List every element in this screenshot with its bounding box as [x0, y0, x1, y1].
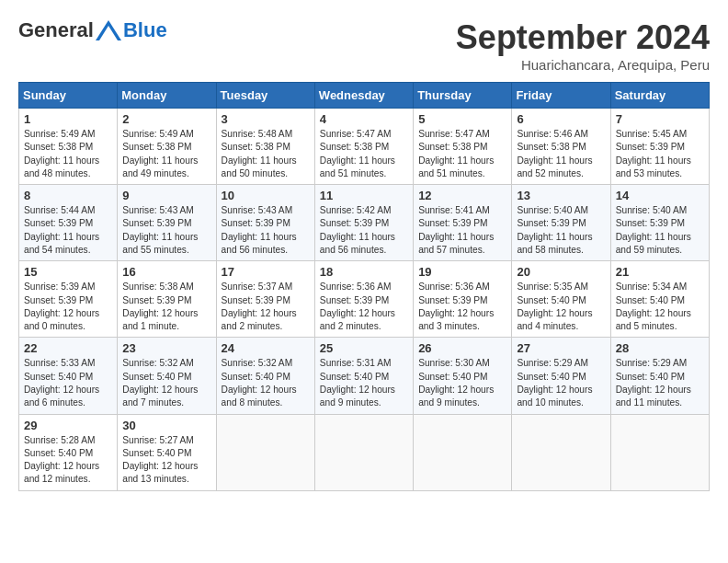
- col-wednesday: Wednesday: [314, 83, 413, 109]
- table-row: 27Sunrise: 5:29 AMSunset: 5:40 PMDayligh…: [512, 338, 610, 414]
- table-row: 8Sunrise: 5:44 AMSunset: 5:39 PMDaylight…: [19, 185, 118, 261]
- col-tuesday: Tuesday: [216, 83, 314, 109]
- col-saturday: Saturday: [610, 83, 709, 109]
- table-row: 11Sunrise: 5:42 AMSunset: 5:39 PMDayligh…: [314, 185, 413, 261]
- table-row: 25Sunrise: 5:31 AMSunset: 5:40 PMDayligh…: [314, 338, 413, 414]
- table-row: [216, 414, 314, 490]
- table-row: 9Sunrise: 5:43 AMSunset: 5:39 PMDaylight…: [118, 185, 216, 261]
- table-row: 15Sunrise: 5:39 AMSunset: 5:39 PMDayligh…: [19, 261, 118, 338]
- page-header: General Blue September 2024 Huarichancar…: [18, 18, 710, 73]
- table-row: 3Sunrise: 5:48 AMSunset: 5:38 PMDaylight…: [216, 109, 314, 185]
- table-row: 30Sunrise: 5:27 AMSunset: 5:40 PMDayligh…: [118, 414, 216, 490]
- table-row: 29Sunrise: 5:28 AMSunset: 5:40 PMDayligh…: [19, 414, 118, 490]
- table-row: 22Sunrise: 5:33 AMSunset: 5:40 PMDayligh…: [19, 338, 118, 414]
- table-row: 13Sunrise: 5:40 AMSunset: 5:39 PMDayligh…: [512, 185, 610, 261]
- table-row: 4Sunrise: 5:47 AMSunset: 5:38 PMDaylight…: [314, 109, 413, 185]
- table-row: 5Sunrise: 5:47 AMSunset: 5:38 PMDaylight…: [414, 109, 512, 185]
- title-block: September 2024 Huarichancara, Arequipa, …: [456, 18, 710, 73]
- table-row: [414, 414, 512, 490]
- table-row: 16Sunrise: 5:38 AMSunset: 5:39 PMDayligh…: [118, 261, 216, 338]
- table-row: 20Sunrise: 5:35 AMSunset: 5:40 PMDayligh…: [512, 261, 610, 338]
- table-row: 12Sunrise: 5:41 AMSunset: 5:39 PMDayligh…: [414, 185, 512, 261]
- table-row: 23Sunrise: 5:32 AMSunset: 5:40 PMDayligh…: [118, 338, 216, 414]
- table-row: 17Sunrise: 5:37 AMSunset: 5:39 PMDayligh…: [216, 261, 314, 338]
- col-friday: Friday: [512, 83, 610, 109]
- calendar-header-row: Sunday Monday Tuesday Wednesday Thursday…: [19, 83, 710, 109]
- logo-blue-text: Blue: [123, 18, 167, 42]
- col-sunday: Sunday: [19, 83, 118, 109]
- calendar-table: Sunday Monday Tuesday Wednesday Thursday…: [18, 82, 710, 491]
- table-row: 24Sunrise: 5:32 AMSunset: 5:40 PMDayligh…: [216, 338, 314, 414]
- table-row: 21Sunrise: 5:34 AMSunset: 5:40 PMDayligh…: [610, 261, 709, 338]
- logo-icon: [96, 20, 121, 40]
- table-row: 6Sunrise: 5:46 AMSunset: 5:38 PMDaylight…: [512, 109, 610, 185]
- logo: General Blue: [18, 18, 167, 42]
- month-title: September 2024: [456, 18, 710, 57]
- table-row: 1Sunrise: 5:49 AMSunset: 5:38 PMDaylight…: [19, 109, 118, 185]
- col-monday: Monday: [118, 83, 216, 109]
- logo-general-text: General: [18, 18, 94, 42]
- table-row: [610, 414, 709, 490]
- location-text: Huarichancara, Arequipa, Peru: [456, 57, 710, 73]
- table-row: 26Sunrise: 5:30 AMSunset: 5:40 PMDayligh…: [414, 338, 512, 414]
- table-row: [314, 414, 413, 490]
- table-row: 19Sunrise: 5:36 AMSunset: 5:39 PMDayligh…: [414, 261, 512, 338]
- table-row: 10Sunrise: 5:43 AMSunset: 5:39 PMDayligh…: [216, 185, 314, 261]
- table-row: 14Sunrise: 5:40 AMSunset: 5:39 PMDayligh…: [610, 185, 709, 261]
- table-row: [512, 414, 610, 490]
- table-row: 18Sunrise: 5:36 AMSunset: 5:39 PMDayligh…: [314, 261, 413, 338]
- table-row: 28Sunrise: 5:29 AMSunset: 5:40 PMDayligh…: [610, 338, 709, 414]
- table-row: 7Sunrise: 5:45 AMSunset: 5:39 PMDaylight…: [610, 109, 709, 185]
- table-row: 2Sunrise: 5:49 AMSunset: 5:38 PMDaylight…: [118, 109, 216, 185]
- col-thursday: Thursday: [414, 83, 512, 109]
